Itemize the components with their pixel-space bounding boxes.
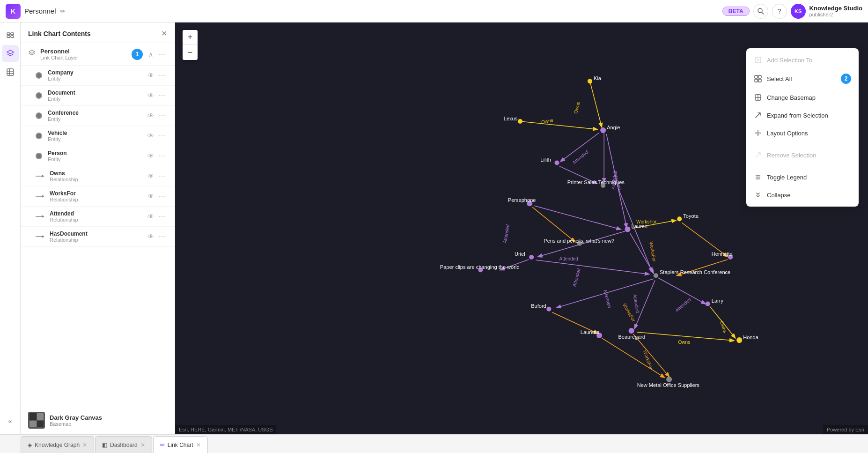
node-label-uriel: Uriel [515,251,525,257]
rel-visibility-hasdocument[interactable]: 👁 [146,232,156,241]
node-honda[interactable] [736,337,742,343]
entity-item-person[interactable]: Person Entity 👁 ⋯ [21,146,175,166]
map-canvas[interactable]: Owns Owns Attended Attended Attended Att… [175,22,868,434]
menu-item-select-all[interactable]: Select All 2 [746,69,859,89]
rel-item-worksfor[interactable]: WorksFor Relationship 👁 ⋯ [21,186,175,207]
node-angie[interactable] [600,127,606,133]
zoom-in-button[interactable]: + [183,30,198,45]
layer-collapse-button[interactable]: ∧ [147,50,155,59]
node-uriel[interactable] [529,255,534,260]
node-label-lilith: Lilith [540,157,551,163]
svg-rect-49 [758,79,761,82]
entity-more-company[interactable]: ⋯ [157,71,167,80]
node-lauren[interactable] [625,226,630,232]
user-info: Knowledge Studio publisher2 [809,5,862,17]
rail-bottom: « [2,413,19,430]
svg-line-37 [633,334,669,377]
rel-type-owns: Relationship [50,177,146,182]
entity-actions-person: 👁 ⋯ [146,151,167,161]
layer-more-button[interactable]: ⋯ [157,50,167,59]
entity-visibility-company[interactable]: 👁 [146,71,156,80]
rel-more-worksfor[interactable]: ⋯ [157,192,167,201]
menu-item-layout-options[interactable]: Layout Options [746,124,859,142]
help-button[interactable]: ? [772,4,787,19]
tab-dashboard[interactable]: ◧ Dashboard ✕ [95,436,152,453]
select-all-label: Select All [767,75,836,82]
edge-label-worksfor-1: WorksFor [648,241,657,262]
map-area[interactable]: Owns Owns Attended Attended Attended Att… [175,22,868,434]
menu-item-expand-selection[interactable]: Expand from Selection [746,106,859,124]
node-lilith[interactable] [554,161,559,165]
tab-close-dashboard[interactable]: ✕ [140,442,145,448]
entity-text-vehicle: Vehicle Entity [48,130,146,142]
tab-knowledge-graph[interactable]: ◈ Knowledge Graph ✕ [21,436,94,453]
entity-more-person[interactable]: ⋯ [157,151,167,161]
rel-name-attended: Attended [50,210,146,217]
entity-visibility-vehicle[interactable]: 👁 [146,131,156,141]
menu-item-change-basemap[interactable]: Change Basemap [746,89,859,106]
edge-label-attended-5: Attended [559,256,578,261]
layer-name: Personnel [40,48,132,55]
svg-line-1 [762,12,764,14]
search-button[interactable] [753,4,768,19]
zoom-out-button[interactable]: − [183,45,198,60]
entity-actions-company: 👁 ⋯ [146,71,167,80]
svg-rect-3 [11,33,14,35]
rel-item-owns[interactable]: Owns Relationship 👁 ⋯ [21,166,175,186]
svg-rect-47 [758,75,761,78]
rel-more-owns[interactable]: ⋯ [157,171,167,181]
collapse-icon [754,191,762,199]
rail-collapse-button[interactable]: « [2,413,19,430]
node-lexus[interactable] [518,119,522,124]
tab-close-knowledge-graph[interactable]: ✕ [82,442,87,448]
rail-link-button[interactable] [2,26,19,43]
rel-visibility-attended[interactable]: 👁 [146,212,156,221]
sidebar-close-button[interactable]: ✕ [161,29,167,38]
edit-title-icon[interactable]: ✏ [60,7,66,15]
remove-selection-label: Remove Selection [767,152,851,159]
node-larry[interactable] [706,302,710,306]
edge-label-worksfor-4: WorksFor [642,349,654,371]
entity-more-vehicle[interactable]: ⋯ [157,131,167,141]
node-staplers[interactable] [654,273,658,278]
entity-visibility-document[interactable]: 👁 [146,91,156,100]
tab-link-chart[interactable]: ✏ Link Chart ✕ [153,436,208,453]
rel-item-hasdocument[interactable]: HasDocument Relationship 👁 ⋯ [21,227,175,247]
entity-item-vehicle[interactable]: Vehicle Entity 👁 ⋯ [21,126,175,146]
change-basemap-icon [754,93,762,102]
basemap-item[interactable]: Dark Gray Canvas Basemap [21,406,175,434]
node-toyota[interactable] [677,216,682,221]
tab-label-dashboard: Dashboard [110,442,138,448]
node-buford[interactable] [546,307,551,312]
rail-layers-button[interactable] [2,45,19,62]
node-label-angie: Angie [607,125,620,130]
rel-more-attended[interactable]: ⋯ [157,212,167,221]
entity-visibility-conference[interactable]: 👁 [146,111,156,120]
svg-marker-12 [42,175,44,178]
entity-actions-vehicle: 👁 ⋯ [146,131,167,141]
tab-close-link-chart[interactable]: ✕ [196,442,201,448]
user-role: publisher2 [809,12,862,17]
entity-more-document[interactable]: ⋯ [157,91,167,100]
tab-icon-knowledge-graph: ◈ [28,442,32,448]
rel-item-attended[interactable]: Attended Relationship 👁 ⋯ [21,207,175,227]
topbar: K Personnel ✏ BETA ? KS Knowledge Studio… [0,0,868,22]
menu-item-toggle-legend[interactable]: Toggle Legend [746,168,859,186]
rail-table-button[interactable] [2,64,19,81]
expand-selection-label: Expand from Selection [767,112,851,119]
rel-visibility-owns[interactable]: 👁 [146,171,156,181]
rel-more-hasdocument[interactable]: ⋯ [157,232,167,241]
layer-item-personnel[interactable]: Personnel Link Chart Layer 1 ∧ ⋯ [21,43,175,66]
user-avatar: KS [791,4,806,19]
entity-more-conference[interactable]: ⋯ [157,111,167,120]
rel-visibility-worksfor[interactable]: 👁 [146,192,156,201]
node-newmetal[interactable] [666,377,672,382]
node-beauregard[interactable] [629,328,634,334]
change-basemap-label: Change Basemap [767,94,851,101]
node-kia[interactable] [588,79,592,83]
entity-item-conference[interactable]: Conference Entity 👁 ⋯ [21,106,175,126]
entity-visibility-person[interactable]: 👁 [146,151,156,161]
entity-item-document[interactable]: Document Entity 👁 ⋯ [21,86,175,106]
menu-item-collapse[interactable]: Collapse [746,186,859,204]
entity-item-company[interactable]: Company Entity 👁 ⋯ [21,66,175,86]
